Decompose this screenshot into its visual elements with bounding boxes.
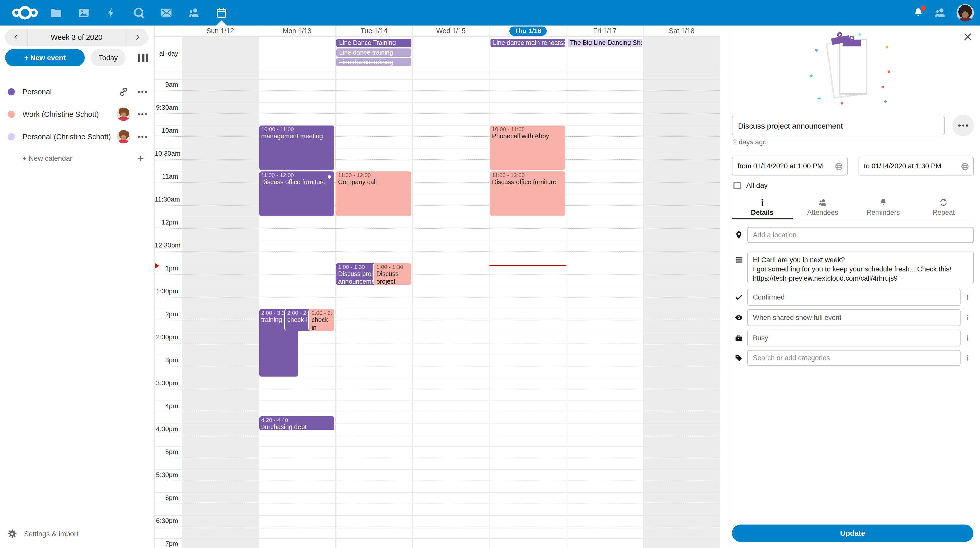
event-title: Line dance main rehearsal (493, 39, 565, 46)
tab-attendees[interactable]: Attendees (792, 196, 853, 219)
categories-input[interactable] (747, 350, 961, 366)
calendar-list: PersonalWork (Christine Schott)Personal … (0, 81, 154, 168)
day-column[interactable] (490, 36, 566, 548)
user-avatar[interactable] (956, 4, 974, 21)
files-icon[interactable] (50, 6, 62, 19)
update-button[interactable]: Update (732, 524, 974, 542)
activity-icon[interactable] (105, 6, 118, 19)
calendar-color-dot (8, 133, 15, 140)
event[interactable]: 1:00 - 1:30Discuss project (373, 263, 412, 285)
contacts-menu-icon[interactable] (934, 6, 946, 19)
location-input[interactable] (747, 227, 974, 243)
description-input[interactable]: Hi Carl! are you in next week? I got som… (747, 251, 974, 283)
share-link-icon[interactable] (118, 87, 129, 97)
day-header[interactable]: Fri 1/17 (566, 25, 643, 36)
day-column[interactable] (259, 36, 335, 548)
event[interactable]: 11:00 - 12:00Discuss office furniture (259, 172, 334, 216)
header-border (155, 36, 720, 37)
event[interactable]: 11:00 - 12:00Company call (336, 172, 411, 216)
mail-icon[interactable] (160, 6, 172, 19)
week-label[interactable]: Week 3 of 2020 (27, 33, 126, 41)
notifications-bell-icon[interactable] (913, 7, 924, 18)
allday-event[interactable]: Line dance training (337, 48, 411, 57)
app-navigation (50, 6, 228, 19)
day-header[interactable]: Tue 1/14 (336, 25, 412, 36)
sidebar-actions: + New event Today (5, 49, 148, 66)
active-app-indicator (216, 21, 227, 25)
gridline-quarter (155, 435, 720, 435)
event[interactable]: 11:00 - 12:00Discuss office furniture (490, 172, 565, 216)
categories-row (732, 350, 974, 366)
day-header[interactable]: Sat 1/18 (643, 25, 720, 36)
event-title: The Big Line Dancing Show (570, 39, 642, 46)
tab-repeat[interactable]: Repeat (913, 196, 974, 219)
start-datetime-input[interactable] (732, 157, 847, 175)
status-row: Confirmed (732, 289, 974, 306)
close-icon[interactable] (963, 32, 973, 42)
gridline-quarter (155, 343, 720, 343)
new-event-button[interactable]: + New event (5, 49, 85, 66)
today-button[interactable]: Today (91, 49, 126, 66)
calendar-actions-menu-icon[interactable] (138, 136, 147, 138)
event[interactable]: 4:20 - 4:40purchasing dept (259, 416, 334, 430)
more-actions-button[interactable] (953, 115, 974, 136)
visibility-select[interactable]: When shared show full event (747, 309, 961, 326)
day-column[interactable] (412, 36, 489, 548)
allday-event[interactable]: Line Dance Training (337, 39, 411, 47)
calendar-name: Work (Christine Schott) (22, 110, 113, 118)
event-time: 10:00 - 11:00 (492, 126, 563, 133)
photos-icon[interactable] (78, 6, 90, 19)
event-title-input[interactable] (732, 116, 945, 135)
event-time: 4:20 - 4:40 (261, 417, 332, 424)
notification-badge (921, 6, 926, 11)
day-header[interactable]: Wed 1/15 (412, 25, 489, 36)
day-column[interactable] (182, 36, 259, 548)
event-title: Phonecall with Abby (492, 133, 563, 140)
event[interactable]: 2:00 - 2:30check-in (309, 309, 334, 330)
settings-import[interactable]: Settings & import (8, 524, 78, 543)
end-datetime-input[interactable] (859, 157, 974, 175)
contacts-icon[interactable] (188, 6, 200, 19)
event[interactable]: 10:00 - 11:00Phonecall with Abby (490, 125, 565, 170)
busy-briefcase-icon (735, 334, 743, 342)
calendar-actions-menu-icon[interactable] (138, 91, 147, 93)
alarm-bell-icon (327, 173, 332, 179)
day-header[interactable]: Mon 1/13 (259, 25, 335, 36)
gridline (155, 446, 720, 447)
day-column[interactable] (643, 36, 720, 548)
allday-event[interactable]: Line dance main rehearsal (490, 39, 565, 47)
calendar-list-item[interactable]: Work (Christine Schott) (0, 103, 154, 125)
tab-details[interactable]: Details (732, 196, 792, 219)
event-title: management meeting (261, 133, 332, 140)
event[interactable]: 10:00 - 11:00management meeting (259, 125, 334, 170)
new-calendar-button[interactable]: + New calendar (0, 148, 154, 168)
allday-event[interactable]: The Big Line Dancing Show (567, 39, 642, 47)
allday-event[interactable]: Line dance training (337, 58, 411, 66)
all-day-checkbox[interactable] (733, 181, 741, 189)
timezone-globe-icon[interactable] (834, 162, 843, 171)
week-view-toggle-icon[interactable] (138, 53, 148, 62)
nextcloud-logo-icon[interactable] (8, 5, 42, 21)
gridline (155, 148, 720, 148)
timezone-globe-icon[interactable] (961, 162, 969, 171)
talk-icon[interactable] (133, 6, 145, 19)
gridline (155, 469, 720, 470)
gridline (155, 309, 720, 309)
calendar-icon[interactable] (215, 6, 228, 19)
day-column[interactable] (566, 36, 643, 548)
calendar-list-item[interactable]: Personal (Christine Schott) (0, 125, 154, 148)
previous-week-button[interactable] (5, 29, 27, 46)
calendar-actions-menu-icon[interactable] (138, 113, 147, 115)
status-select[interactable]: Confirmed (747, 289, 961, 306)
day-header[interactable]: Thu 1/16 (490, 25, 566, 36)
next-week-button[interactable] (126, 29, 148, 46)
tab-reminders[interactable]: Reminders (853, 196, 913, 219)
gridline (155, 125, 720, 125)
allday-border (155, 72, 720, 73)
day-header[interactable]: Sun 1/12 (182, 25, 259, 36)
gridline (155, 217, 720, 218)
day-column[interactable] (336, 36, 412, 548)
editor-fields: Hi Carl! are you in next week? I got som… (732, 227, 974, 369)
calendar-list-item[interactable]: Personal (0, 81, 154, 103)
availability-select[interactable]: Busy (747, 330, 961, 346)
